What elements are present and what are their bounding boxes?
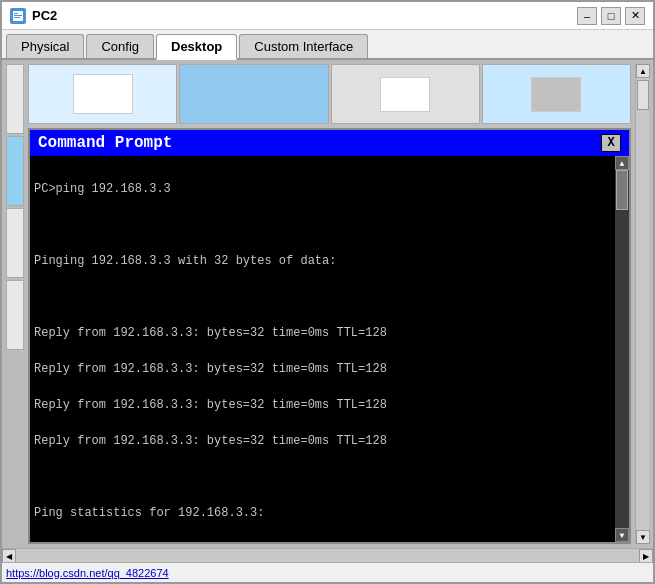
maximize-button[interactable]: □	[601, 7, 621, 25]
svg-rect-1	[14, 15, 22, 16]
outer-scroll-thumb[interactable]	[637, 80, 649, 110]
minimize-button[interactable]: –	[577, 7, 597, 25]
cmd-titlebar: Command Prompt X	[30, 130, 629, 156]
outer-scroll-track	[636, 78, 649, 530]
cmd-line-10: Ping statistics for 192.168.3.3:	[34, 504, 611, 522]
status-bar: https://blog.csdn.net/qq_4822674	[2, 562, 653, 582]
cmd-text[interactable]: PC>ping 192.168.3.3 Pinging 192.168.3.3 …	[30, 156, 615, 542]
main-window: PC2 – □ ✕ Physical Config Desktop Custom…	[0, 0, 655, 584]
cmd-close-button[interactable]: X	[601, 134, 621, 152]
cmd-line-6: Reply from 192.168.3.3: bytes=32 time=0m…	[34, 360, 611, 378]
tab-config[interactable]: Config	[86, 34, 154, 58]
tab-custom-interface[interactable]: Custom Interface	[239, 34, 368, 58]
cmd-line-5: Reply from 192.168.3.3: bytes=32 time=0m…	[34, 324, 611, 342]
cmd-line-11: Packets: Sent = 4, Received = 4, Lost = …	[34, 540, 611, 542]
cmd-body: PC>ping 192.168.3.3 Pinging 192.168.3.3 …	[30, 156, 629, 542]
outer-scroll-up[interactable]: ▲	[636, 64, 650, 78]
cmd-scroll-up[interactable]: ▲	[615, 156, 629, 170]
hscroll-right[interactable]: ▶	[639, 549, 653, 562]
cmd-scroll-down[interactable]: ▼	[615, 528, 629, 542]
window-controls: – □ ✕	[577, 7, 645, 25]
cmd-line-3: Pinging 192.168.3.3 with 32 bytes of dat…	[34, 252, 611, 270]
cmd-scroll-track	[615, 170, 629, 528]
cmd-line-2	[34, 216, 611, 234]
cmd-window: Command Prompt X PC>ping 192.168.3.3 Pin…	[28, 128, 631, 544]
bottom-hscroll: ◀ ▶	[2, 548, 653, 562]
cmd-line-4	[34, 288, 611, 306]
window-icon	[10, 8, 26, 24]
outer-scroll-down[interactable]: ▼	[636, 530, 650, 544]
hscroll-track	[16, 549, 639, 562]
cmd-line-1: PC>ping 192.168.3.3	[34, 180, 611, 198]
cmd-line-9	[34, 468, 611, 486]
hscroll-left[interactable]: ◀	[2, 549, 16, 562]
tab-bar: Physical Config Desktop Custom Interface	[2, 30, 653, 60]
outer-vscroll: ▲ ▼	[635, 64, 649, 544]
close-button[interactable]: ✕	[625, 7, 645, 25]
svg-rect-2	[14, 13, 18, 14]
cmd-outer: Command Prompt X PC>ping 192.168.3.3 Pin…	[28, 64, 631, 544]
cmd-scrollbar: ▲ ▼	[615, 156, 629, 542]
status-url[interactable]: https://blog.csdn.net/qq_4822674	[6, 567, 169, 579]
cmd-line-8: Reply from 192.168.3.3: bytes=32 time=0m…	[34, 432, 611, 450]
tab-desktop[interactable]: Desktop	[156, 34, 237, 60]
svg-rect-3	[14, 17, 20, 18]
cmd-scroll-thumb[interactable]	[616, 170, 628, 210]
tab-physical[interactable]: Physical	[6, 34, 84, 58]
cmd-line-7: Reply from 192.168.3.3: bytes=32 time=0m…	[34, 396, 611, 414]
window-title: PC2	[32, 8, 577, 23]
cmd-title: Command Prompt	[38, 134, 172, 152]
title-bar: PC2 – □ ✕	[2, 2, 653, 30]
